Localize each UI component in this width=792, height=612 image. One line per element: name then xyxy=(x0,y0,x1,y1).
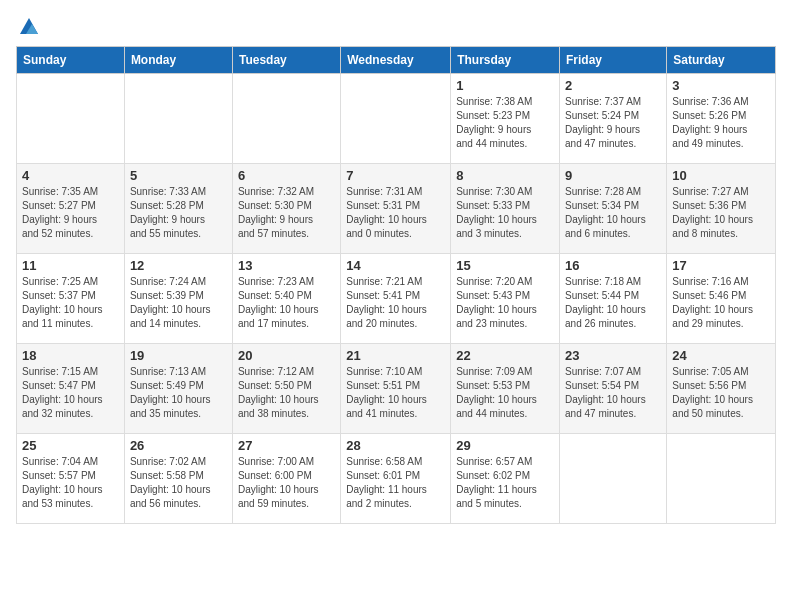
day-number: 11 xyxy=(22,258,119,273)
day-number: 6 xyxy=(238,168,335,183)
day-number: 10 xyxy=(672,168,770,183)
day-number: 29 xyxy=(456,438,554,453)
calendar-cell: 6Sunrise: 7:32 AM Sunset: 5:30 PM Daylig… xyxy=(232,164,340,254)
day-info: Sunrise: 7:09 AM Sunset: 5:53 PM Dayligh… xyxy=(456,365,554,421)
calendar-cell: 26Sunrise: 7:02 AM Sunset: 5:58 PM Dayli… xyxy=(124,434,232,524)
day-number: 21 xyxy=(346,348,445,363)
day-number: 20 xyxy=(238,348,335,363)
calendar-cell: 27Sunrise: 7:00 AM Sunset: 6:00 PM Dayli… xyxy=(232,434,340,524)
header-day-monday: Monday xyxy=(124,47,232,74)
day-info: Sunrise: 7:37 AM Sunset: 5:24 PM Dayligh… xyxy=(565,95,661,151)
calendar-cell: 28Sunrise: 6:58 AM Sunset: 6:01 PM Dayli… xyxy=(341,434,451,524)
calendar-week-row: 11Sunrise: 7:25 AM Sunset: 5:37 PM Dayli… xyxy=(17,254,776,344)
day-number: 5 xyxy=(130,168,227,183)
calendar-cell: 11Sunrise: 7:25 AM Sunset: 5:37 PM Dayli… xyxy=(17,254,125,344)
day-number: 15 xyxy=(456,258,554,273)
day-info: Sunrise: 7:35 AM Sunset: 5:27 PM Dayligh… xyxy=(22,185,119,241)
day-number: 27 xyxy=(238,438,335,453)
day-number: 28 xyxy=(346,438,445,453)
calendar-cell xyxy=(560,434,667,524)
day-number: 25 xyxy=(22,438,119,453)
day-number: 24 xyxy=(672,348,770,363)
day-info: Sunrise: 6:57 AM Sunset: 6:02 PM Dayligh… xyxy=(456,455,554,511)
day-info: Sunrise: 7:13 AM Sunset: 5:49 PM Dayligh… xyxy=(130,365,227,421)
day-info: Sunrise: 7:04 AM Sunset: 5:57 PM Dayligh… xyxy=(22,455,119,511)
day-number: 23 xyxy=(565,348,661,363)
calendar-cell: 23Sunrise: 7:07 AM Sunset: 5:54 PM Dayli… xyxy=(560,344,667,434)
header-day-saturday: Saturday xyxy=(667,47,776,74)
day-info: Sunrise: 7:33 AM Sunset: 5:28 PM Dayligh… xyxy=(130,185,227,241)
day-number: 7 xyxy=(346,168,445,183)
day-info: Sunrise: 7:32 AM Sunset: 5:30 PM Dayligh… xyxy=(238,185,335,241)
day-info: Sunrise: 7:31 AM Sunset: 5:31 PM Dayligh… xyxy=(346,185,445,241)
calendar-cell: 7Sunrise: 7:31 AM Sunset: 5:31 PM Daylig… xyxy=(341,164,451,254)
day-info: Sunrise: 7:21 AM Sunset: 5:41 PM Dayligh… xyxy=(346,275,445,331)
calendar-cell: 3Sunrise: 7:36 AM Sunset: 5:26 PM Daylig… xyxy=(667,74,776,164)
day-info: Sunrise: 7:10 AM Sunset: 5:51 PM Dayligh… xyxy=(346,365,445,421)
calendar-cell: 15Sunrise: 7:20 AM Sunset: 5:43 PM Dayli… xyxy=(451,254,560,344)
day-number: 22 xyxy=(456,348,554,363)
calendar-cell: 5Sunrise: 7:33 AM Sunset: 5:28 PM Daylig… xyxy=(124,164,232,254)
calendar-week-row: 25Sunrise: 7:04 AM Sunset: 5:57 PM Dayli… xyxy=(17,434,776,524)
day-info: Sunrise: 7:15 AM Sunset: 5:47 PM Dayligh… xyxy=(22,365,119,421)
day-info: Sunrise: 7:30 AM Sunset: 5:33 PM Dayligh… xyxy=(456,185,554,241)
calendar-cell: 12Sunrise: 7:24 AM Sunset: 5:39 PM Dayli… xyxy=(124,254,232,344)
header-day-wednesday: Wednesday xyxy=(341,47,451,74)
day-number: 18 xyxy=(22,348,119,363)
day-info: Sunrise: 7:36 AM Sunset: 5:26 PM Dayligh… xyxy=(672,95,770,151)
calendar-cell xyxy=(667,434,776,524)
day-info: Sunrise: 7:16 AM Sunset: 5:46 PM Dayligh… xyxy=(672,275,770,331)
day-info: Sunrise: 7:28 AM Sunset: 5:34 PM Dayligh… xyxy=(565,185,661,241)
calendar-cell: 2Sunrise: 7:37 AM Sunset: 5:24 PM Daylig… xyxy=(560,74,667,164)
day-number: 26 xyxy=(130,438,227,453)
calendar-cell: 4Sunrise: 7:35 AM Sunset: 5:27 PM Daylig… xyxy=(17,164,125,254)
calendar-week-row: 4Sunrise: 7:35 AM Sunset: 5:27 PM Daylig… xyxy=(17,164,776,254)
day-number: 14 xyxy=(346,258,445,273)
calendar-cell: 1Sunrise: 7:38 AM Sunset: 5:23 PM Daylig… xyxy=(451,74,560,164)
calendar-table: SundayMondayTuesdayWednesdayThursdayFrid… xyxy=(16,46,776,524)
day-info: Sunrise: 7:12 AM Sunset: 5:50 PM Dayligh… xyxy=(238,365,335,421)
header-day-sunday: Sunday xyxy=(17,47,125,74)
header-day-tuesday: Tuesday xyxy=(232,47,340,74)
day-info: Sunrise: 7:38 AM Sunset: 5:23 PM Dayligh… xyxy=(456,95,554,151)
calendar-cell: 20Sunrise: 7:12 AM Sunset: 5:50 PM Dayli… xyxy=(232,344,340,434)
calendar-cell: 19Sunrise: 7:13 AM Sunset: 5:49 PM Dayli… xyxy=(124,344,232,434)
day-info: Sunrise: 7:24 AM Sunset: 5:39 PM Dayligh… xyxy=(130,275,227,331)
logo xyxy=(16,16,40,38)
calendar-cell: 18Sunrise: 7:15 AM Sunset: 5:47 PM Dayli… xyxy=(17,344,125,434)
calendar-cell xyxy=(341,74,451,164)
day-info: Sunrise: 7:07 AM Sunset: 5:54 PM Dayligh… xyxy=(565,365,661,421)
day-info: Sunrise: 7:05 AM Sunset: 5:56 PM Dayligh… xyxy=(672,365,770,421)
day-info: Sunrise: 7:20 AM Sunset: 5:43 PM Dayligh… xyxy=(456,275,554,331)
calendar-cell: 14Sunrise: 7:21 AM Sunset: 5:41 PM Dayli… xyxy=(341,254,451,344)
calendar-cell: 10Sunrise: 7:27 AM Sunset: 5:36 PM Dayli… xyxy=(667,164,776,254)
calendar-week-row: 18Sunrise: 7:15 AM Sunset: 5:47 PM Dayli… xyxy=(17,344,776,434)
calendar-week-row: 1Sunrise: 7:38 AM Sunset: 5:23 PM Daylig… xyxy=(17,74,776,164)
calendar-cell: 8Sunrise: 7:30 AM Sunset: 5:33 PM Daylig… xyxy=(451,164,560,254)
day-info: Sunrise: 7:23 AM Sunset: 5:40 PM Dayligh… xyxy=(238,275,335,331)
day-info: Sunrise: 6:58 AM Sunset: 6:01 PM Dayligh… xyxy=(346,455,445,511)
day-info: Sunrise: 7:02 AM Sunset: 5:58 PM Dayligh… xyxy=(130,455,227,511)
day-info: Sunrise: 7:18 AM Sunset: 5:44 PM Dayligh… xyxy=(565,275,661,331)
calendar-header-row: SundayMondayTuesdayWednesdayThursdayFrid… xyxy=(17,47,776,74)
day-number: 16 xyxy=(565,258,661,273)
day-number: 4 xyxy=(22,168,119,183)
calendar-cell: 29Sunrise: 6:57 AM Sunset: 6:02 PM Dayli… xyxy=(451,434,560,524)
day-number: 12 xyxy=(130,258,227,273)
calendar-cell xyxy=(17,74,125,164)
header-day-thursday: Thursday xyxy=(451,47,560,74)
day-number: 2 xyxy=(565,78,661,93)
page-header xyxy=(16,16,776,38)
day-number: 13 xyxy=(238,258,335,273)
calendar-cell: 17Sunrise: 7:16 AM Sunset: 5:46 PM Dayli… xyxy=(667,254,776,344)
day-info: Sunrise: 7:00 AM Sunset: 6:00 PM Dayligh… xyxy=(238,455,335,511)
day-number: 3 xyxy=(672,78,770,93)
calendar-cell: 13Sunrise: 7:23 AM Sunset: 5:40 PM Dayli… xyxy=(232,254,340,344)
day-info: Sunrise: 7:27 AM Sunset: 5:36 PM Dayligh… xyxy=(672,185,770,241)
calendar-cell: 22Sunrise: 7:09 AM Sunset: 5:53 PM Dayli… xyxy=(451,344,560,434)
day-number: 19 xyxy=(130,348,227,363)
day-info: Sunrise: 7:25 AM Sunset: 5:37 PM Dayligh… xyxy=(22,275,119,331)
header-day-friday: Friday xyxy=(560,47,667,74)
day-number: 1 xyxy=(456,78,554,93)
calendar-cell: 21Sunrise: 7:10 AM Sunset: 5:51 PM Dayli… xyxy=(341,344,451,434)
